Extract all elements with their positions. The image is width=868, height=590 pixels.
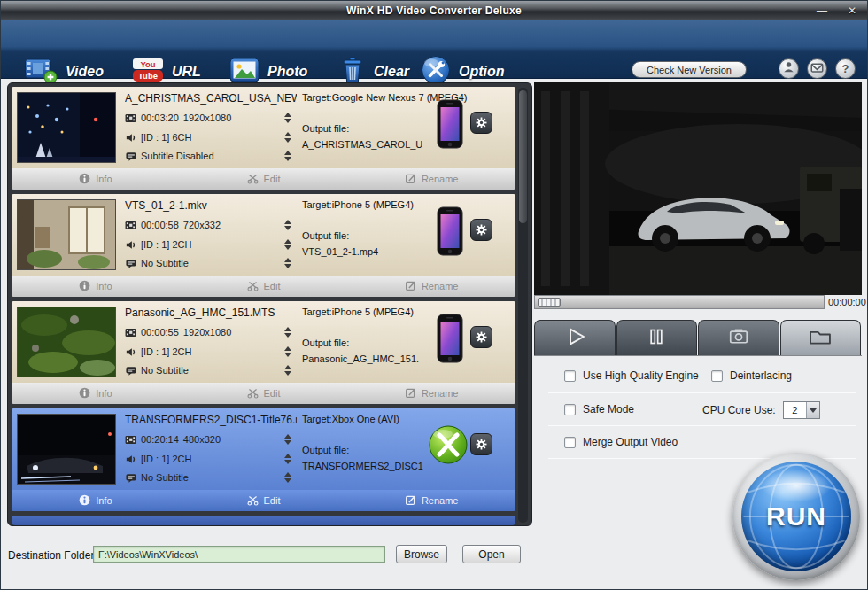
subtitle-icon [125, 366, 136, 376]
film-icon [125, 113, 136, 123]
gear-icon[interactable] [470, 112, 492, 134]
video-track-stepper[interactable] [283, 220, 293, 230]
video-list-item[interactable]: VTS_01_2-1.mkv 00:00:58 720x332 [ID : 1]… [12, 194, 515, 297]
title-bar: WinX HD Video Converter Deluxe — ✕ [1, 1, 867, 20]
seek-bar[interactable] [534, 295, 825, 309]
checkbox-icon[interactable] [564, 370, 576, 382]
subtitle-stepper[interactable] [283, 151, 293, 161]
scissors-icon [247, 280, 259, 293]
subtitle-track: No Subtitle [141, 258, 189, 268]
subtitle-stepper[interactable] [283, 258, 293, 268]
edit-button[interactable]: Edit [180, 276, 348, 297]
spinner-up-icon[interactable] [284, 434, 291, 439]
video-track-stepper[interactable] [283, 327, 293, 338]
chevron-down-icon[interactable] [806, 402, 819, 418]
info-button[interactable]: Info [12, 490, 180, 511]
spinner-down-icon[interactable] [284, 460, 291, 464]
spinner-up-icon[interactable] [284, 113, 291, 117]
spinner-down-icon[interactable] [284, 353, 291, 357]
audio-track-stepper[interactable] [283, 454, 293, 464]
spinner-down-icon[interactable] [284, 440, 291, 445]
info-button[interactable]: Info [12, 168, 180, 190]
spinner-up-icon[interactable] [284, 239, 291, 244]
browse-button[interactable]: Browse [396, 545, 447, 563]
play-button[interactable] [534, 320, 616, 355]
spinner-up-icon[interactable] [284, 365, 291, 369]
info-button[interactable]: Info [12, 383, 180, 404]
spinner-down-icon[interactable] [284, 157, 291, 161]
open-button[interactable]: Open [462, 545, 521, 563]
spinner-down-icon[interactable] [284, 371, 291, 376]
spinner-up-icon[interactable] [284, 327, 291, 331]
spinner-up-icon[interactable] [284, 258, 291, 262]
info-label: Info [96, 388, 112, 399]
edit-button[interactable]: Edit [180, 383, 348, 404]
target-format: Target:iPhone 5 (MPEG4) [302, 199, 414, 210]
edit-button[interactable]: Edit [180, 168, 348, 190]
spinner-down-icon[interactable] [284, 119, 291, 123]
spinner-down-icon[interactable] [284, 478, 291, 483]
cpu-core-select[interactable]: 2 [783, 401, 820, 419]
video-track-stepper[interactable] [283, 113, 293, 123]
audio-track-stepper[interactable] [283, 132, 293, 143]
toolbar-option-label: Option [459, 64, 505, 80]
phone-icon [437, 206, 463, 260]
run-button[interactable]: RUN [732, 453, 860, 580]
minimize-button[interactable]: — [814, 1, 830, 20]
checkbox-icon[interactable] [564, 404, 576, 415]
gear-icon[interactable] [470, 326, 492, 348]
audio-track-stepper[interactable] [283, 239, 293, 250]
video-list-item[interactable]: A_CHRISTMAS_CAROL_USA_NEW_Ma 00:03:20 19… [12, 87, 515, 190]
feedback-button[interactable] [807, 58, 827, 79]
output-file-name: A_CHRISTMAS_CAROL_U [302, 139, 422, 150]
check-new-version-button[interactable]: Check New Version [632, 61, 747, 78]
seek-handle[interactable] [538, 298, 561, 307]
high-quality-checkbox[interactable]: Use High Quality Engine [564, 369, 699, 382]
spinner-down-icon[interactable] [284, 264, 291, 268]
edit-label: Edit [264, 174, 281, 184]
close-button[interactable]: ✕ [844, 1, 860, 20]
checkbox-icon[interactable] [711, 370, 723, 382]
merge-output-checkbox[interactable]: Merge Output Video [564, 436, 678, 448]
spinner-down-icon[interactable] [284, 245, 291, 250]
subtitle-stepper[interactable] [283, 365, 293, 376]
video-list-item[interactable]: Panasonic_AG_HMC_151.MTS 00:00:55 1920x1… [12, 301, 515, 404]
spinner-down-icon[interactable] [284, 138, 291, 143]
pause-button[interactable] [616, 320, 698, 355]
info-button[interactable]: Info [12, 276, 180, 297]
spinner-up-icon[interactable] [284, 151, 291, 155]
audio-track-stepper[interactable] [283, 346, 293, 357]
gear-icon[interactable] [470, 219, 492, 241]
destination-folder-input[interactable] [93, 546, 385, 563]
video-track-stepper[interactable] [283, 434, 293, 445]
subtitle-stepper[interactable] [283, 472, 293, 483]
spinner-up-icon[interactable] [284, 472, 291, 477]
scrollbar-thumb[interactable] [519, 90, 527, 223]
spinner-up-icon[interactable] [284, 346, 291, 351]
spinner-up-icon[interactable] [284, 454, 291, 458]
rename-icon [405, 494, 416, 508]
svg-text:Tube: Tube [138, 71, 158, 81]
cpu-core-row: CPU Core Use: 2 [702, 401, 820, 419]
deinterlacing-checkbox[interactable]: Deinterlacing [711, 369, 792, 382]
spinner-up-icon[interactable] [284, 220, 291, 224]
account-button[interactable] [779, 58, 799, 79]
gear-icon[interactable] [470, 433, 492, 455]
rename-button[interactable]: Rename [347, 490, 515, 511]
safe-mode-checkbox[interactable]: Safe Mode [564, 403, 634, 415]
snapshot-button[interactable] [698, 320, 779, 355]
rename-button[interactable]: Rename [347, 276, 515, 297]
list-scrollbar[interactable] [518, 88, 528, 523]
edit-button[interactable]: Edit [180, 490, 348, 511]
rename-label: Rename [422, 388, 459, 399]
checkbox-icon[interactable] [564, 437, 576, 448]
spinner-up-icon[interactable] [284, 132, 291, 136]
rename-button[interactable]: Rename [347, 383, 515, 404]
spinner-down-icon[interactable] [284, 333, 291, 338]
video-list-item-selected[interactable]: TRANSFORMERS2_DISC1-Title76.mp4 00:20:14… [12, 408, 515, 511]
spinner-down-icon[interactable] [284, 226, 291, 230]
cpu-core-value: 2 [784, 405, 806, 415]
help-button[interactable]: ? [835, 58, 856, 79]
rename-button[interactable]: Rename [347, 168, 515, 190]
open-folder-button[interactable] [780, 320, 862, 355]
